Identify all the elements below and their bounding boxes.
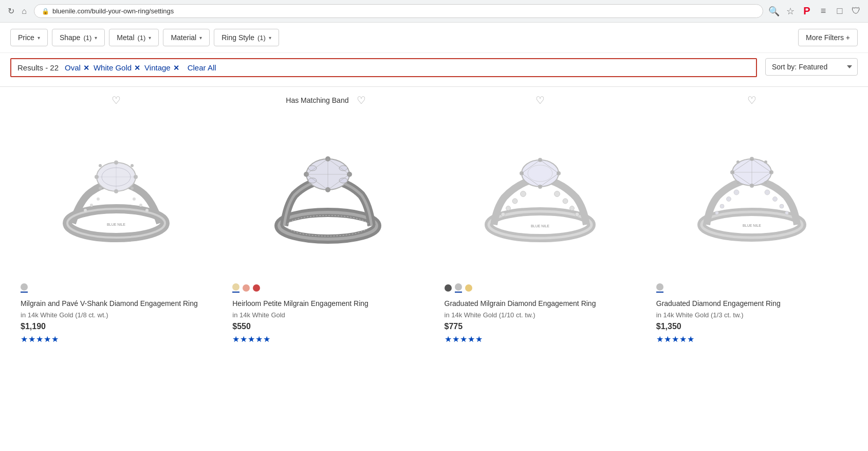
wishlist-button-4[interactable]: ♡	[743, 95, 761, 105]
heart-cell-4: ♡	[646, 95, 858, 105]
shape-filter-button[interactable]: Shape (1) ▾	[52, 29, 105, 46]
white-gold-tag-label: White Gold	[94, 63, 132, 72]
swatch-wrap-1[interactable]	[21, 283, 28, 293]
product-card-2[interactable]: Heirloom Petite Milgrain Engagement Ring…	[222, 105, 434, 356]
wishlist-button-2[interactable]: ♡	[353, 95, 370, 105]
svg-point-19	[139, 204, 142, 207]
svg-point-71	[736, 181, 740, 184]
swatches-3	[445, 283, 636, 293]
price-chevron-icon: ▾	[38, 35, 40, 41]
product-card-4[interactable]: BLUE NILE Graduated Diamond Engagement R…	[646, 105, 858, 356]
material-filter-button[interactable]: Material ▾	[163, 29, 210, 46]
swatch-platinum-3[interactable]	[445, 284, 452, 292]
svg-point-39	[506, 206, 510, 211]
swatches-2	[232, 283, 423, 293]
product-stars-3: ★★★★★	[445, 334, 636, 344]
price-filter-button[interactable]: Price ▾	[10, 29, 48, 46]
home-icon[interactable]: ⌂	[20, 7, 29, 16]
material-filter-label: Material	[171, 33, 196, 42]
svg-point-61	[780, 204, 784, 208]
divider	[0, 86, 868, 87]
svg-point-44	[563, 199, 568, 204]
wishlist-button-1[interactable]: ♡	[107, 95, 125, 105]
swatch-wrap-3c[interactable]	[465, 284, 472, 292]
extension-icon[interactable]: 🛡	[851, 6, 862, 17]
sort-select[interactable]: Sort by: Featured Price: Low to High Pri…	[765, 58, 858, 76]
product-image-2	[232, 114, 423, 276]
more-filters-label: More Filters +	[806, 33, 850, 42]
ring-style-filter-label: Ring Style	[221, 33, 254, 42]
bookmark-icon[interactable]: ☆	[785, 6, 796, 17]
pinterest-icon[interactable]: P	[801, 6, 812, 17]
svg-text:BLUE NILE: BLUE NILE	[531, 224, 549, 228]
metal-filter-button[interactable]: Metal (1) ▾	[109, 29, 159, 46]
svg-point-40	[512, 199, 518, 204]
filter-bar: Price ▾ Shape (1) ▾ Metal (1) ▾ Material…	[0, 23, 868, 53]
metal-chevron-icon: ▾	[149, 35, 151, 41]
swatch-wrap-3a[interactable]	[445, 284, 452, 292]
swatch-wrap-2a[interactable]	[232, 283, 239, 293]
products-header-row: ♡ Has Matching Band ♡ ♡ ♡	[0, 91, 868, 105]
swatch-rose-gold-2[interactable]	[243, 284, 250, 292]
white-gold-filter-tag: White Gold ✕	[94, 63, 140, 72]
product-card-1[interactable]: BLUE NILE Milgrain and Pavé V-Shank Diam…	[10, 105, 222, 356]
swatch-wrap-3b[interactable]	[455, 283, 462, 293]
product-stars-2: ★★★★★	[232, 334, 423, 344]
swatch-yellow-gold-3[interactable]	[465, 284, 472, 292]
product-name-3: Graduated Milgrain Diamond Engagement Ri…	[445, 299, 636, 309]
swatch-wrap-2b[interactable]	[243, 284, 250, 292]
has-matching-band-label: Has Matching Band	[286, 96, 348, 104]
product-price-3: $775	[445, 322, 636, 331]
vintage-remove-button[interactable]: ✕	[173, 64, 179, 72]
ring-svg-3: BLUE NILE	[468, 138, 612, 251]
product-price-1: $1,190	[21, 322, 212, 331]
ring-svg-2	[256, 138, 400, 251]
svg-text:BLUE NILE: BLUE NILE	[107, 223, 125, 226]
product-stars-4: ★★★★★	[656, 334, 847, 344]
address-bar[interactable]: 🔒 bluenile.com/build-your-own-ring/setti…	[34, 4, 763, 18]
svg-point-15	[84, 209, 87, 212]
svg-text:BLUE NILE: BLUE NILE	[743, 224, 761, 227]
ring-svg-1: BLUE NILE	[44, 138, 188, 251]
svg-point-58	[726, 197, 731, 202]
svg-point-8	[131, 164, 134, 167]
svg-point-43	[569, 206, 574, 211]
ring-style-filter-button[interactable]: Ring Style (1) ▾	[214, 29, 279, 46]
oval-filter-tag: Oval ✕	[65, 63, 89, 72]
has-matching-band-cell: Has Matching Band ♡	[222, 95, 434, 105]
swatch-white-gold-3[interactable]	[455, 283, 462, 291]
swatch-wrap-4a[interactable]	[656, 283, 663, 293]
oval-remove-button[interactable]: ✕	[83, 64, 89, 72]
swatch-red-2[interactable]	[253, 284, 260, 292]
white-gold-remove-button[interactable]: ✕	[134, 64, 140, 72]
more-filters-button[interactable]: More Filters +	[798, 29, 858, 46]
refresh-icon[interactable]: ↻	[6, 7, 15, 16]
search-icon[interactable]: 🔍	[768, 6, 780, 17]
swatch-yellow-gold-2[interactable]	[232, 283, 239, 291]
product-stars-1: ★★★★★	[21, 334, 212, 344]
vintage-tag-label: Vintage	[144, 63, 171, 72]
heart-cell-1: ♡	[10, 95, 222, 105]
swatch-selected-1	[21, 292, 28, 293]
swatch-white-gold-4[interactable]	[656, 283, 663, 291]
svg-point-42	[575, 212, 579, 217]
swatch-white-gold-1[interactable]	[21, 283, 28, 291]
price-filter-label: Price	[18, 33, 34, 42]
swatches-1	[21, 283, 212, 293]
profile-icon[interactable]: □	[834, 6, 845, 17]
shape-filter-count: (1)	[83, 34, 91, 42]
ring-svg-4: BLUE NILE	[680, 138, 824, 251]
svg-point-20	[133, 197, 136, 201]
product-material-1: in 14k White Gold (1/8 ct. wt.)	[21, 311, 212, 319]
results-count: Results - 22	[17, 63, 59, 72]
svg-point-41	[520, 191, 526, 197]
layers-icon[interactable]: ≡	[818, 6, 829, 17]
clear-all-button[interactable]: Clear All	[188, 63, 216, 72]
swatch-wrap-2c[interactable]	[253, 284, 260, 292]
product-price-2: $550	[232, 322, 423, 331]
product-card-3[interactable]: BLUE NILE Graduated Milgrain Diamond Eng…	[434, 105, 646, 356]
wishlist-button-3[interactable]: ♡	[531, 95, 549, 105]
product-material-2: in 14k White Gold	[232, 311, 423, 319]
heart-cell-3: ♡	[434, 95, 646, 105]
svg-point-17	[97, 197, 100, 201]
